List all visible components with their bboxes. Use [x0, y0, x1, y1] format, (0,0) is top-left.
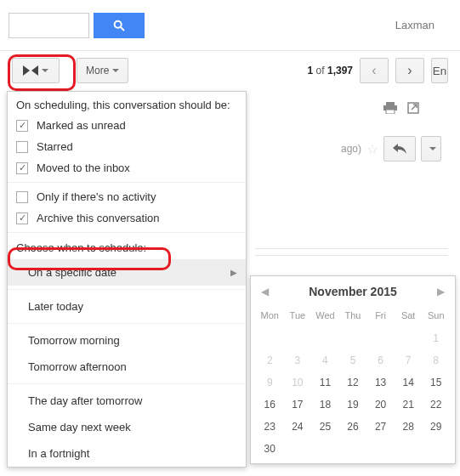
caret-down-icon [112, 69, 119, 72]
checkbox[interactable]: ✓ [16, 162, 28, 174]
cal-day [339, 438, 367, 460]
toolbar: More 1 of 1,397 ‹ › En [0, 51, 460, 90]
cal-day[interactable]: 9 [256, 371, 284, 394]
print-icon[interactable] [383, 102, 397, 116]
schedule-option-label: On a specific date [28, 266, 116, 279]
star-icon[interactable]: ☆ [366, 141, 378, 157]
schedule-option-label: Same day next week [28, 421, 131, 434]
caret-down-icon [429, 147, 436, 150]
chevron-right-icon: ▶ [230, 268, 237, 277]
schedule-option-label: Tomorrow afternoon [28, 360, 127, 373]
separator [8, 232, 246, 233]
cal-day [366, 438, 395, 460]
cal-day[interactable]: 21 [395, 394, 423, 416]
cal-day[interactable]: 6 [366, 349, 395, 371]
cal-day [395, 327, 423, 349]
cal-day[interactable]: 27 [366, 416, 395, 438]
schedule-option[interactable]: Same day next week [8, 414, 246, 440]
cal-prev-button[interactable]: ◀ [261, 286, 269, 298]
cal-day[interactable]: 4 [311, 349, 339, 371]
separator [8, 289, 246, 290]
cal-day [311, 327, 339, 349]
reply-button[interactable] [383, 136, 416, 162]
svg-marker-2 [23, 65, 30, 76]
cal-day [256, 327, 284, 349]
schedule-option[interactable]: The day after tomorrow [8, 388, 246, 414]
new-window-icon[interactable] [407, 102, 419, 116]
more-button[interactable]: More [77, 58, 128, 83]
cal-day[interactable]: 15 [422, 371, 450, 394]
cal-day[interactable]: 30 [256, 438, 284, 460]
menu-checkbox-item[interactable]: ✓Moved to the inbox [8, 157, 246, 178]
cal-day[interactable]: 24 [284, 416, 312, 438]
cal-next-button[interactable]: ▶ [437, 286, 445, 298]
checkbox[interactable]: ✓ [16, 212, 28, 224]
cal-day [366, 327, 395, 349]
cal-day[interactable]: 12 [339, 371, 367, 394]
snooze-dropdown-button[interactable] [12, 58, 60, 83]
schedule-option-label: Tomorrow morning [28, 334, 120, 347]
cal-day[interactable]: 26 [339, 416, 367, 438]
reply-more-button[interactable] [421, 136, 441, 162]
cal-day[interactable]: 28 [395, 416, 423, 438]
cal-day[interactable]: 14 [395, 371, 423, 394]
menu-checkbox-item[interactable]: ✓Marked as unread [8, 115, 246, 136]
cal-day[interactable]: 19 [339, 394, 367, 416]
cal-day [284, 438, 312, 460]
checkbox[interactable] [16, 141, 28, 153]
more-label: More [86, 65, 109, 76]
schedule-option[interactable]: On a specific date▶ [8, 259, 246, 286]
checkbox[interactable] [16, 191, 28, 203]
cal-day[interactable]: 17 [284, 394, 312, 416]
menu-item-label: Marked as unread [37, 119, 126, 132]
next-button[interactable]: › [395, 58, 424, 83]
cal-weekday: Thu [339, 307, 367, 327]
svg-rect-6 [386, 110, 395, 114]
cal-weekday: Mon [256, 307, 284, 327]
schedule-option-label: In a fortnight [28, 447, 89, 460]
svg-line-1 [121, 27, 124, 31]
menu-item-label: Archive this conversation [37, 212, 160, 224]
cal-day[interactable]: 16 [256, 394, 284, 416]
user-name[interactable]: Laxman [395, 19, 434, 31]
search-button[interactable] [94, 13, 145, 38]
schedule-option[interactable]: In a fortnight [8, 440, 246, 467]
schedule-option[interactable]: Tomorrow morning [8, 327, 246, 354]
cal-day[interactable]: 1 [422, 327, 450, 349]
cal-weekday: Wed [311, 307, 339, 327]
top-bar: Laxman [0, 0, 460, 51]
bowtie-icon [23, 65, 38, 76]
cal-day[interactable]: 2 [256, 349, 284, 371]
schedule-option[interactable]: Later today [8, 293, 246, 320]
menu-checkbox-item[interactable]: Only if there's no activity [8, 186, 246, 207]
prev-button[interactable]: ‹ [360, 58, 389, 83]
checkbox[interactable]: ✓ [16, 120, 28, 132]
cal-day[interactable]: 10 [284, 371, 312, 394]
input-tools-button[interactable]: En [431, 58, 448, 83]
cal-day [284, 327, 312, 349]
cal-day[interactable]: 23 [256, 416, 284, 438]
schedule-option[interactable]: Tomorrow afternoon [8, 354, 246, 380]
cal-day[interactable]: 29 [422, 416, 450, 438]
choose-heading: Choose when to schedule: [8, 236, 246, 259]
separator [8, 383, 246, 384]
schedule-menu: On scheduling, this conversation should … [7, 91, 247, 468]
svg-marker-3 [31, 65, 38, 76]
cal-day[interactable]: 3 [284, 349, 312, 371]
cal-weekday: Sun [422, 307, 450, 327]
cal-day[interactable]: 7 [395, 349, 423, 371]
search-input[interactable] [9, 13, 89, 38]
cal-day[interactable]: 8 [422, 349, 450, 371]
cal-day[interactable]: 20 [366, 394, 395, 416]
divider [255, 255, 448, 256]
cal-day[interactable]: 11 [311, 371, 339, 394]
cal-day[interactable]: 5 [339, 349, 367, 371]
menu-checkbox-item[interactable]: Starred [8, 136, 246, 157]
menu-item-label: Moved to the inbox [37, 162, 130, 174]
cal-day[interactable]: 25 [311, 416, 339, 438]
cal-day[interactable]: 22 [422, 394, 450, 416]
cal-day[interactable]: 18 [311, 394, 339, 416]
schedule-option-label: Later today [28, 300, 83, 313]
cal-day[interactable]: 13 [366, 371, 395, 394]
menu-checkbox-item[interactable]: ✓Archive this conversation [8, 207, 246, 229]
